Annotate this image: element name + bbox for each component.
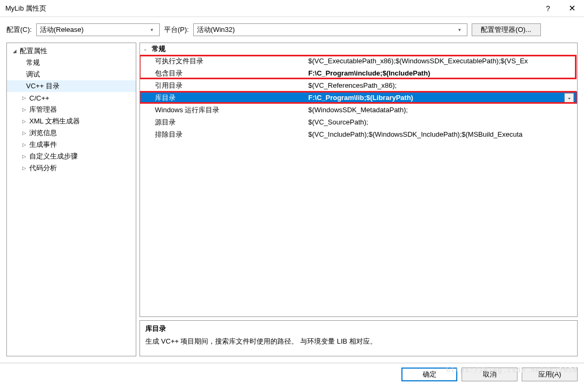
expander-closed-icon: ▷ — [21, 154, 27, 159]
config-label: 配置(C): — [6, 25, 32, 35]
config-dropdown[interactable]: 活动(Release) ▾ — [36, 23, 160, 36]
tree-item-debug[interactable]: 调试 — [7, 69, 136, 80]
grid-header[interactable]: ⌄ 常规 — [140, 43, 577, 55]
expander-closed-icon: ▷ — [21, 142, 27, 147]
tree-root[interactable]: ◢ 配置属性 — [7, 45, 136, 57]
expander-closed-icon: ▷ — [21, 95, 27, 101]
toolbar: 配置(C): 活动(Release) ▾ 平台(P): 活动(Win32) ▾ … — [0, 17, 584, 43]
grid-row-include[interactable]: 包含目录 F:\C_Program\include;$(IncludePath) — [140, 67, 577, 79]
platform-label: 平台(P): — [164, 25, 189, 35]
grid-row-executable[interactable]: 可执行文件目录 $(VC_ExecutablePath_x86);$(Windo… — [140, 55, 577, 67]
tree-item-browse[interactable]: ▷浏览信息 — [7, 127, 136, 139]
help-button[interactable]: ? — [536, 0, 560, 17]
tree-item-custombuild[interactable]: ▷自定义生成步骤 — [7, 151, 136, 162]
tree-panel: ◢ 配置属性 常规 调试 VC++ 目录 ▷C/C++ ▷库管理器 ▷XML 文… — [6, 43, 136, 356]
expander-open-icon: ◢ — [11, 48, 18, 54]
grid-row-library[interactable]: 库目录 F:\C_Program\lib;$(LibraryPath) ⌄ — [140, 91, 577, 104]
tree-item-librarian[interactable]: ▷库管理器 — [7, 104, 136, 115]
grid-row-source[interactable]: 源目录 $(VC_SourcePath); — [140, 116, 577, 128]
main-content: ◢ 配置属性 常规 调试 VC++ 目录 ▷C/C++ ▷库管理器 ▷XML 文… — [0, 43, 584, 363]
titlebar: MyLib 属性页 ? ✕ — [0, 0, 584, 17]
tree-item-codeanalysis[interactable]: ▷代码分析 — [7, 162, 136, 174]
platform-value: 活动(Win32) — [197, 25, 456, 35]
platform-dropdown[interactable]: 活动(Win32) ▾ — [193, 23, 467, 36]
expander-closed-icon: ▷ — [21, 107, 27, 112]
tree-item-general[interactable]: 常规 — [7, 57, 136, 69]
dropdown-button[interactable]: ⌄ — [564, 93, 574, 103]
grid-row-exclude[interactable]: 排除目录 $(VC_IncludePath);$(WindowsSDK_Incl… — [140, 128, 577, 140]
expander-closed-icon: ▷ — [21, 165, 27, 171]
config-manager-button[interactable]: 配置管理器(O)... — [472, 23, 541, 36]
close-button[interactable]: ✕ — [560, 0, 584, 17]
watermark: https://blog.csdn.net/sj2050 — [446, 366, 578, 374]
expander-open-icon: ⌄ — [142, 46, 149, 52]
config-value: 活动(Release) — [40, 25, 149, 35]
grid-row-reference[interactable]: 引用目录 $(VC_ReferencesPath_x86); — [140, 79, 577, 91]
chevron-down-icon: ▾ — [456, 27, 464, 32]
expander-closed-icon: ▷ — [21, 119, 27, 124]
window-title: MyLib 属性页 — [5, 4, 536, 13]
description-title: 库目录 — [145, 324, 572, 333]
right-panel: ⌄ 常规 可执行文件目录 $(VC_ExecutablePath_x86);$(… — [139, 43, 578, 356]
chevron-down-icon: ▾ — [149, 27, 156, 32]
expander-closed-icon: ▷ — [21, 130, 27, 136]
grid-row-winrt[interactable]: Windows 运行库目录 $(WindowsSDK_MetadataPath)… — [140, 104, 577, 116]
description-text: 生成 VC++ 项目期间，搜索库文件时使用的路径。 与环境变量 LIB 相对应。 — [145, 337, 572, 346]
tree-item-cpp[interactable]: ▷C/C++ — [7, 92, 136, 104]
tree-item-buildevents[interactable]: ▷生成事件 — [7, 139, 136, 151]
tree-item-xml[interactable]: ▷XML 文档生成器 — [7, 115, 136, 127]
description-panel: 库目录 生成 VC++ 项目期间，搜索库文件时使用的路径。 与环境变量 LIB … — [139, 320, 578, 356]
tree-item-vcdirs[interactable]: VC++ 目录 — [7, 80, 136, 92]
property-grid: ⌄ 常规 可执行文件目录 $(VC_ExecutablePath_x86);$(… — [139, 43, 578, 317]
